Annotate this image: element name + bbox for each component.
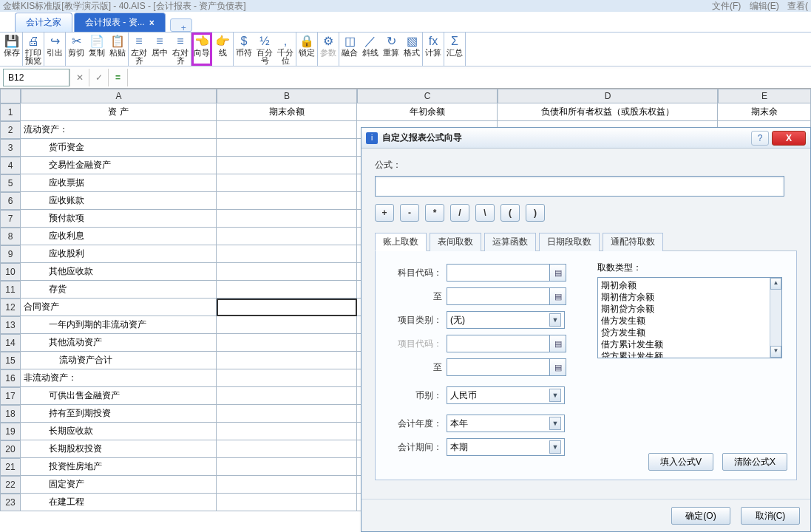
cell[interactable]: 流动资产：	[21, 121, 217, 139]
cancel-button[interactable]: 取消(C)	[741, 507, 800, 525]
fetch-tab[interactable]: 通配符取数	[603, 233, 663, 251]
row-header[interactable]: 8	[0, 228, 21, 245]
confirm-edit-icon[interactable]: ✓	[89, 69, 108, 86]
cell[interactable]: 应收股利	[21, 245, 217, 263]
row-header[interactable]: 14	[0, 334, 21, 352]
cell[interactable]	[217, 405, 357, 423]
item-code-input[interactable]	[447, 335, 550, 352]
column-header-B[interactable]: B	[217, 89, 357, 103]
cell[interactable]: 应收票据	[21, 174, 217, 192]
fetch-tab[interactable]: 日期段取数	[539, 233, 600, 251]
cell[interactable]: 持有至到期投资	[21, 405, 217, 423]
cell[interactable]	[217, 458, 357, 476]
cell[interactable]	[217, 121, 357, 139]
item-code-lookup-icon[interactable]: ▤	[550, 335, 566, 352]
new-tab-button[interactable]: +	[170, 18, 192, 32]
operator-button--[interactable]: -	[400, 204, 419, 222]
column-header-A[interactable]: A	[21, 89, 217, 103]
period-select[interactable]: 本期 ▼	[447, 438, 565, 456]
column-header-C[interactable]: C	[357, 89, 498, 103]
toolbar-千分位[interactable]: ,千分位	[275, 33, 296, 66]
fetch-type-item[interactable]: 借方发生额	[601, 315, 778, 327]
header-cell[interactable]: 期末余额	[217, 103, 357, 121]
cell[interactable]	[217, 263, 357, 281]
fiscal-year-select[interactable]: 本年 ▼	[447, 415, 565, 432]
listbox-scrollbar[interactable]: ▲ ▼	[770, 278, 781, 358]
fetch-type-listbox[interactable]: 期初余额期初借方余额期初贷方余额借方发生额贷方发生额借方累计发生额贷方累计发生额…	[597, 277, 782, 358]
dialog-titlebar[interactable]: i 自定义报表公式向导 ? X	[362, 128, 810, 149]
toolbar-币符[interactable]: $币符	[234, 33, 254, 66]
toolbar-粘贴[interactable]: 📋粘贴	[107, 33, 128, 66]
dialog-close-button[interactable]: X	[772, 131, 806, 146]
fetch-tab[interactable]: 账上取数	[375, 233, 427, 251]
subject-code-input[interactable]	[447, 264, 550, 282]
toolbar-重算[interactable]: ↻重算	[381, 33, 401, 66]
row-header[interactable]: 15	[0, 352, 21, 369]
row-header[interactable]: 1	[0, 103, 21, 121]
row-header[interactable]: 20	[0, 440, 21, 458]
item-type-select[interactable]: (无) ▼	[447, 311, 565, 329]
row-header[interactable]: 12	[0, 299, 21, 316]
row-header[interactable]: 4	[0, 157, 21, 174]
toolbar-左对齐[interactable]: ≡左对齐	[129, 33, 149, 66]
subject-code-lookup-icon[interactable]: ▤	[550, 264, 566, 282]
menu-view[interactable]: 查看(	[787, 1, 808, 11]
subject-code-to-lookup-icon[interactable]: ▤	[550, 287, 566, 305]
cell[interactable]: 在建工程	[21, 494, 217, 511]
fetch-tab[interactable]: 表间取数	[430, 233, 481, 251]
toolbar-居中[interactable]: ≡居中	[149, 33, 170, 66]
cell[interactable]	[217, 139, 357, 157]
toolbar-线[interactable]: 👉线	[212, 33, 233, 66]
cell[interactable]	[217, 299, 357, 316]
cell[interactable]: 固定资产	[21, 476, 217, 494]
operator-button-\[interactable]: \	[475, 204, 495, 222]
toolbar-向导[interactable]: 👈向导	[191, 33, 212, 66]
toolbar-右对齐[interactable]: ≡右对齐	[170, 33, 191, 66]
cell[interactable]: 预付款项	[21, 210, 217, 228]
cell[interactable]	[217, 228, 357, 245]
subject-code-to-input[interactable]	[447, 287, 550, 305]
cell[interactable]	[217, 440, 357, 458]
cell[interactable]	[217, 281, 357, 299]
toolbar-锁定[interactable]: 🔒锁定	[296, 33, 317, 66]
equals-icon[interactable]: =	[108, 69, 127, 86]
clear-formula-button[interactable]: 清除公式X	[722, 453, 787, 471]
cell[interactable]: 其他流动资产	[21, 334, 217, 352]
row-header[interactable]: 18	[0, 405, 21, 423]
fetch-type-item[interactable]: 期初余额	[601, 279, 778, 291]
row-header[interactable]: 13	[0, 316, 21, 334]
tab-accounting-report[interactable]: 会计报表 - 资... ×	[74, 13, 166, 32]
item-code-to-input[interactable]	[447, 358, 550, 376]
cell[interactable]: 货币资金	[21, 139, 217, 157]
row-header[interactable]: 6	[0, 192, 21, 210]
toolbar-引出[interactable]: ↪引出	[44, 33, 65, 66]
toolbar-剪切[interactable]: ✂剪切	[66, 33, 86, 66]
item-code-to-lookup-icon[interactable]: ▤	[550, 358, 566, 376]
cell[interactable]: 应收利息	[21, 228, 217, 245]
row-header[interactable]: 7	[0, 210, 21, 228]
cell[interactable]: 合同资产	[21, 299, 217, 316]
header-cell[interactable]: 年初余额	[357, 103, 498, 121]
row-header[interactable]: 9	[0, 245, 21, 263]
cell[interactable]: 长期应收款	[21, 423, 217, 440]
cell[interactable]	[217, 245, 357, 263]
cell[interactable]	[217, 174, 357, 192]
fetch-tab[interactable]: 运算函数	[484, 233, 536, 251]
cell[interactable]	[217, 192, 357, 210]
cancel-edit-icon[interactable]: ✕	[69, 69, 89, 86]
cell[interactable]	[217, 476, 357, 494]
column-header-D[interactable]: D	[498, 89, 718, 103]
toolbar-汇总[interactable]: Σ汇总	[444, 33, 465, 66]
cell[interactable]: 其他应收款	[21, 263, 217, 281]
menu-file[interactable]: 文件(F)	[712, 1, 741, 11]
cell[interactable]	[217, 210, 357, 228]
cell[interactable]	[217, 494, 357, 511]
toolbar-斜线[interactable]: ／斜线	[360, 33, 381, 66]
row-header[interactable]: 5	[0, 174, 21, 192]
toolbar-计算[interactable]: fx计算	[423, 33, 444, 66]
header-cell[interactable]: 资 产	[21, 103, 217, 121]
row-header[interactable]: 21	[0, 458, 21, 476]
toolbar-复制[interactable]: 📄复制	[86, 33, 107, 66]
fetch-type-item[interactable]: 期初贷方余额	[601, 303, 778, 315]
select-all-corner[interactable]	[0, 89, 21, 103]
